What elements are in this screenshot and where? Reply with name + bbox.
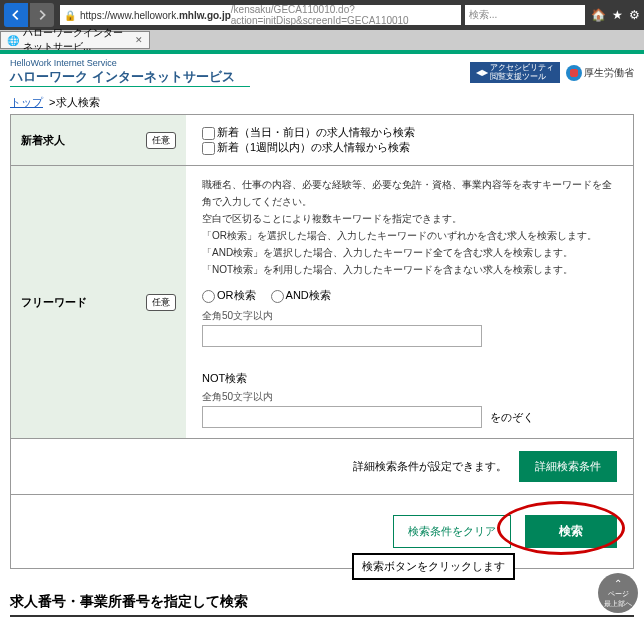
breadcrumb-top-link[interactable]: トップ — [10, 96, 43, 108]
action-row: 検索条件をクリア 検索 検索ボタンをクリックします — [11, 495, 633, 568]
and-radio[interactable] — [271, 290, 284, 303]
advanced-text: 詳細検索条件が設定できます。 — [353, 459, 507, 474]
advanced-row: 詳細検索条件が設定できます。 詳細検索条件 — [11, 439, 633, 495]
tab-bar: 🌐 ハローワークインターネットサービ... ✕ — [0, 30, 644, 50]
arrow-left-icon — [9, 8, 23, 22]
optional-badge: 任意 — [146, 132, 176, 149]
accessibility-icon: ◀▶ — [476, 68, 488, 77]
url-bar[interactable]: 🔒 https://www.hellowork.mhlw.go.jp/kensa… — [60, 5, 461, 25]
accessibility-text: アクセシビリティ 閲覧支援ツール — [490, 64, 554, 82]
page-viewport: HelloWork Internet Service ハローワーク インターネッ… — [0, 50, 644, 623]
row-new-jobs: 新着求人 任意 新着（当日・前日）の求人情報から検索 新着（1週間以内）の求人情… — [11, 115, 633, 166]
nav-forward-button[interactable] — [30, 3, 54, 27]
or-radio-label[interactable]: OR検索 — [202, 289, 256, 301]
page-top-button[interactable]: ⌃ ページ 最上部へ — [598, 573, 638, 613]
site-header: HelloWork Internet Service ハローワーク インターネッ… — [0, 54, 644, 91]
brand-japanese: ハローワーク インターネットサービス — [10, 69, 250, 85]
page-top-line1: ページ — [608, 589, 629, 599]
search-panel: 新着求人 任意 新着（当日・前日）の求人情報から検索 新着（1週間以内）の求人情… — [10, 114, 634, 569]
new-jobs-label: 新着求人 — [21, 133, 65, 148]
annotation-callout: 検索ボタンをクリックします — [352, 553, 515, 580]
not-search-input[interactable] — [202, 406, 482, 428]
new-week-checkbox-label[interactable]: 新着（1週間以内）の求人情報から検索 — [202, 141, 410, 153]
settings-icon[interactable]: ⚙ — [629, 8, 640, 22]
page-top-line2: 最上部へ — [604, 599, 632, 609]
url-prefix: https://www.hellowork. — [80, 10, 179, 21]
accessibility-badge[interactable]: ◀▶ アクセシビリティ 閲覧支援ツール — [470, 62, 560, 84]
not-search-title: NOT検索 — [202, 371, 617, 386]
not-limit-label: 全角50文字以内 — [202, 390, 617, 404]
mhlw-text: 厚生労働省 — [584, 66, 634, 80]
freeword-input[interactable] — [202, 325, 482, 347]
lock-icon: 🔒 — [64, 10, 76, 21]
not-suffix-label: をのぞく — [490, 410, 534, 425]
caret-up-icon: ⌃ — [614, 578, 622, 589]
url-domain: mhlw.go.jp — [179, 10, 231, 21]
section-title-numbers: 求人番号・事業所番号を指定して検索 — [10, 589, 634, 617]
and-radio-label[interactable]: AND検索 — [271, 289, 331, 301]
chrome-controls: 🏠 ★ ⚙ — [591, 8, 640, 22]
mhlw-logo[interactable]: 厚生労働省 — [566, 65, 634, 81]
advanced-search-button[interactable]: 詳細検索条件 — [519, 451, 617, 482]
search-button[interactable]: 検索 — [525, 515, 617, 548]
home-icon[interactable]: 🏠 — [591, 8, 606, 22]
optional-badge: 任意 — [146, 294, 176, 311]
row-freeword: フリーワード 任意 職種名、仕事の内容、必要な経験等、必要な免許・資格、事業内容… — [11, 166, 633, 439]
new-today-checkbox-label[interactable]: 新着（当日・前日）の求人情報から検索 — [202, 126, 415, 138]
tab-favicon: 🌐 — [7, 35, 19, 46]
freeword-limit-label: 全角50文字以内 — [202, 309, 617, 323]
freeword-label: フリーワード — [21, 295, 87, 310]
browser-tab[interactable]: 🌐 ハローワークインターネットサービ... ✕ — [0, 31, 150, 49]
nav-back-button[interactable] — [4, 3, 28, 27]
brand-english: HelloWork Internet Service — [10, 58, 250, 69]
favorites-icon[interactable]: ★ — [612, 8, 623, 22]
arrow-right-icon — [35, 8, 49, 22]
close-icon[interactable]: ✕ — [135, 35, 143, 45]
freeword-help: 職種名、仕事の内容、必要な経験等、必要な免許・資格、事業内容等を表すキーワードを… — [202, 176, 617, 278]
new-today-checkbox[interactable] — [202, 127, 215, 140]
new-week-checkbox[interactable] — [202, 142, 215, 155]
clear-conditions-button[interactable]: 検索条件をクリア — [393, 515, 511, 548]
mhlw-icon — [566, 65, 582, 81]
url-suffix: /kensaku/GECA110010.do?action=initDisp&s… — [231, 5, 457, 25]
brand-underline — [10, 86, 250, 87]
breadcrumb: トップ >求人検索 — [0, 91, 644, 114]
breadcrumb-current: 求人検索 — [56, 96, 100, 108]
browser-search-input[interactable]: 検索... — [465, 5, 585, 25]
or-radio[interactable] — [202, 290, 215, 303]
